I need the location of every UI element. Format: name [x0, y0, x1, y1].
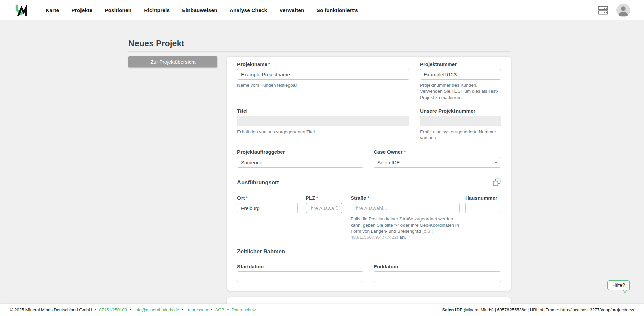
startdatum-label: Startdatum [237, 264, 363, 269]
case-owner-select[interactable]: Selen IDE [374, 157, 501, 168]
required-marker: * [367, 195, 369, 201]
projektauftraggeber-label: Projektauftraggeber [237, 149, 363, 155]
ort-input[interactable] [237, 203, 298, 213]
nav-item-verwalten[interactable]: Verwalten [279, 7, 304, 13]
nav-item-analyse-check[interactable]: Analyse Check [230, 7, 267, 13]
strasse-label: Straße* [351, 195, 460, 201]
strasse-input[interactable] [351, 203, 460, 213]
nav-item-einbauweisen[interactable]: Einbauweisen [182, 7, 217, 13]
nav-item-so-funktionierts[interactable]: So funktioniert's [317, 7, 358, 13]
footer-link-email[interactable]: info@mineral-minds.de [134, 307, 179, 312]
top-navbar: Karte Projekte Positionen Richtpreis Ein… [0, 0, 644, 20]
nav-item-projekte[interactable]: Projekte [71, 7, 92, 13]
page-title: Neues Projekt [128, 39, 184, 48]
mineral-minds-logo-icon[interactable] [13, 3, 29, 18]
section-zeitlicher-rahmen-title: Zeitlicher Rahmen [237, 248, 285, 255]
back-to-project-overview-button[interactable]: Zur Projektübersicht [128, 56, 217, 67]
app-window: Karte Projekte Positionen Richtpreis Ein… [0, 0, 644, 316]
nav-item-positionen[interactable]: Positionen [105, 7, 131, 13]
separator: • [211, 307, 213, 312]
projektnummer-input[interactable] [420, 69, 501, 80]
required-marker: * [404, 149, 406, 155]
projektname-hint: Name vom Kunden festlegbar [237, 82, 409, 88]
new-project-form-card: Projektname* Name vom Kunden festlegbar … [227, 57, 511, 291]
required-marker: * [268, 61, 270, 67]
enddatum-input[interactable] [374, 271, 501, 282]
section-divider [237, 257, 501, 257]
help-button[interactable]: Hilfe? [607, 280, 630, 290]
footer-session-info: Selen IDE (Mineral Minds) | 69576255536d… [442, 307, 634, 312]
copy-location-icon[interactable] [492, 178, 501, 187]
server-icon[interactable] [598, 6, 609, 15]
ort-label: Ort* [237, 195, 298, 201]
enddatum-label: Enddatum [374, 264, 501, 269]
unsere-projektnummer-label: Unsere Projektnummer [420, 108, 501, 114]
separator: • [227, 307, 229, 312]
loading-spinner-icon [336, 206, 340, 210]
unsere-projektnummer-input [420, 116, 501, 126]
projektname-label: Projektname* [237, 61, 409, 67]
nav-item-richtpreis[interactable]: Richtpreis [144, 7, 170, 13]
section-divider [237, 188, 501, 188]
unsere-projektnummer-hint: Erhält eine systemgenerierte Nummer von … [420, 129, 501, 141]
projektname-input[interactable] [237, 69, 409, 80]
page-footer: © 2025 Mineral Minds Deutschland GmbH • … [0, 304, 644, 316]
hausnummer-label: Hausnummer [465, 195, 501, 201]
titel-label: Titel [237, 108, 409, 114]
required-marker: * [316, 195, 318, 201]
nav-item-karte[interactable]: Karte [46, 7, 59, 13]
projektnummer-hint: Projektnummer des Kunden. Verwenden Sie … [420, 82, 501, 101]
strasse-hint: Falls die Position keiner Straße zugeord… [351, 216, 461, 240]
footer-link-phone[interactable]: 07151/250100 [99, 307, 127, 312]
separator: • [130, 307, 131, 312]
title-divider [128, 51, 511, 52]
plz-label: PLZ* [306, 195, 342, 201]
titel-hint: Erhält den von uns vorgegebenen Titel. [237, 129, 409, 135]
section-ausfuehrungsort-title: Ausführungsort [237, 179, 279, 186]
session-user: Selen IDE [442, 307, 463, 312]
chevron-down-icon [495, 162, 497, 163]
titel-input [237, 116, 409, 126]
copyright-text: © 2025 Mineral Minds Deutschland GmbH [10, 307, 92, 312]
projektauftraggeber-input[interactable] [237, 157, 363, 168]
main-navigation: Karte Projekte Positionen Richtpreis Ein… [46, 7, 358, 13]
separator: • [95, 307, 96, 312]
separator: • [182, 307, 184, 312]
footer-left: © 2025 Mineral Minds Deutschland GmbH • … [10, 307, 256, 312]
footer-link-impressum[interactable]: Impressum [186, 307, 208, 312]
footer-link-agb[interactable]: AGB [215, 307, 224, 312]
footer-link-datenschutz[interactable]: Datenschutz [232, 307, 256, 312]
hausnummer-input[interactable] [465, 203, 501, 213]
session-details: (Mineral Minds) | 69576255536d | URL of … [463, 307, 634, 312]
user-avatar-icon[interactable] [616, 4, 630, 17]
projektnummer-label: Projektnummer [420, 61, 501, 67]
case-owner-label: Case Owner* [374, 149, 501, 155]
navbar-right-actions [598, 4, 630, 17]
case-owner-selected-value: Selen IDE [377, 160, 400, 165]
required-marker: * [246, 195, 248, 201]
startdatum-input[interactable] [237, 271, 363, 282]
